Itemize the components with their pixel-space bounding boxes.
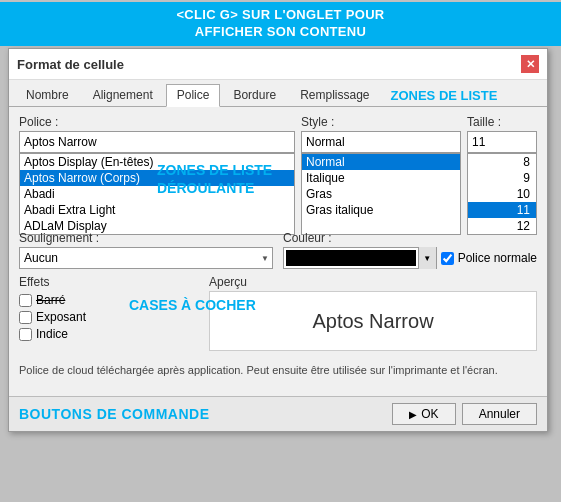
effets-apercu-row: Effets Barré Exposant Indice Ap	[19, 275, 537, 351]
tabs-bar: Nombre Alignement Police Bordure Remplis…	[9, 80, 547, 107]
list-item[interactable]: Abadi Extra Light	[20, 202, 294, 218]
list-item-10[interactable]: 10	[468, 186, 536, 202]
list-item-gras-italique[interactable]: Gras italique	[302, 202, 460, 218]
tab-nombre[interactable]: Nombre	[15, 84, 80, 106]
taille-label: Taille :	[467, 115, 537, 129]
tab-alignement[interactable]: Alignement	[82, 84, 164, 106]
page-wrapper: <CLIC G> SUR L'ONGLET POUR AFFICHER SON …	[0, 0, 561, 502]
style-col: Style : Normal Italique Gras Gras italiq…	[301, 115, 461, 235]
style-label: Style :	[301, 115, 461, 129]
taille-input[interactable]	[467, 131, 537, 153]
couleur-swatch-wrapper[interactable]: ▼	[283, 247, 437, 269]
info-text: Police de cloud téléchargée après applic…	[19, 363, 537, 378]
soulignement-label: Soulignement :	[19, 231, 273, 245]
soulignement-select-wrapper[interactable]: Aucun	[19, 247, 273, 269]
soulignement-select[interactable]: Aucun	[19, 247, 273, 269]
footer-buttons: ▶ OK Annuler	[392, 403, 537, 425]
tab-bordure[interactable]: Bordure	[222, 84, 287, 106]
couleur-col: Couleur : ▼ Police normale	[283, 231, 537, 269]
effets-col: Effets Barré Exposant Indice	[19, 275, 199, 351]
boutons-label: BOUTONS DE COMMANDE	[19, 406, 392, 422]
list-item-italique[interactable]: Italique	[302, 170, 460, 186]
dialog-footer: BOUTONS DE COMMANDE ▶ OK Annuler	[9, 396, 547, 431]
dialog-close-button[interactable]: ✕	[521, 55, 539, 73]
apercu-label: Aperçu	[209, 275, 537, 289]
couleur-swatch	[286, 250, 416, 266]
list-item-selected[interactable]: Aptos Narrow (Corps)	[20, 170, 294, 186]
list-item-normal-selected[interactable]: Normal	[302, 154, 460, 170]
police-style-taille-row: Police : Aptos Display (En-têtes) Aptos …	[19, 115, 537, 235]
annuler-label: Annuler	[479, 407, 520, 421]
couleur-label: Couleur :	[283, 231, 537, 245]
soulignement-couleur-row: Soulignement : Aucun Couleur : ▼	[19, 231, 537, 269]
police-normale-checkbox[interactable]	[441, 252, 454, 265]
police-label: Police :	[19, 115, 295, 129]
exposant-row: Exposant	[19, 310, 199, 324]
annotation-line1: <CLIC G> SUR L'ONGLET POUR	[176, 7, 384, 22]
soulignement-col: Soulignement : Aucun	[19, 231, 273, 269]
effets-title: Effets	[19, 275, 199, 289]
couleur-wrapper: ▼ Police normale	[283, 247, 537, 269]
couleur-dropdown-btn[interactable]: ▼	[418, 247, 436, 269]
dialog: Format de cellule ✕ Nombre Alignement Po…	[8, 48, 548, 432]
police-list[interactable]: Aptos Display (En-têtes) Aptos Narrow (C…	[19, 153, 295, 235]
police-normale-label[interactable]: Police normale	[441, 251, 537, 265]
list-item-8[interactable]: 8	[468, 154, 536, 170]
barre-row: Barré	[19, 293, 199, 307]
dialog-titlebar: Format de cellule ✕	[9, 49, 547, 80]
style-list[interactable]: Normal Italique Gras Gras italique	[301, 153, 461, 235]
apercu-box: Aptos Narrow	[209, 291, 537, 351]
ok-label: OK	[421, 407, 438, 421]
police-col: Police : Aptos Display (En-têtes) Aptos …	[19, 115, 295, 235]
indice-row: Indice	[19, 327, 199, 341]
list-item[interactable]: Aptos Display (En-têtes)	[20, 154, 294, 170]
apercu-text: Aptos Narrow	[312, 310, 433, 333]
taille-col: Taille : 8 9 10 11 12 14	[467, 115, 537, 235]
tab-police[interactable]: Police	[166, 84, 221, 107]
zones-liste-label: ZONES DE LISTE	[391, 88, 498, 103]
annotation-line2: AFFICHER SON CONTENU	[195, 24, 366, 39]
indice-checkbox[interactable]	[19, 328, 32, 341]
barre-label: Barré	[36, 293, 65, 307]
dialog-title: Format de cellule	[17, 57, 124, 72]
exposant-label: Exposant	[36, 310, 86, 324]
tab-remplissage[interactable]: Remplissage	[289, 84, 380, 106]
barre-checkbox[interactable]	[19, 294, 32, 307]
style-input[interactable]	[301, 131, 461, 153]
list-item-9[interactable]: 9	[468, 170, 536, 186]
ok-button[interactable]: ▶ OK	[392, 403, 455, 425]
taille-list[interactable]: 8 9 10 11 12 14	[467, 153, 537, 235]
dialog-body: Police : Aptos Display (En-têtes) Aptos …	[9, 107, 547, 396]
annotation-top: <CLIC G> SUR L'ONGLET POUR AFFICHER SON …	[0, 2, 561, 46]
annuler-button[interactable]: Annuler	[462, 403, 537, 425]
list-item-gras[interactable]: Gras	[302, 186, 460, 202]
list-item[interactable]: Abadi	[20, 186, 294, 202]
exposant-checkbox[interactable]	[19, 311, 32, 324]
list-item-11-selected[interactable]: 11	[468, 202, 536, 218]
apercu-col: Aperçu Aptos Narrow	[209, 275, 537, 351]
indice-label: Indice	[36, 327, 68, 341]
police-input[interactable]	[19, 131, 295, 153]
ok-arrow-icon: ▶	[409, 409, 417, 420]
